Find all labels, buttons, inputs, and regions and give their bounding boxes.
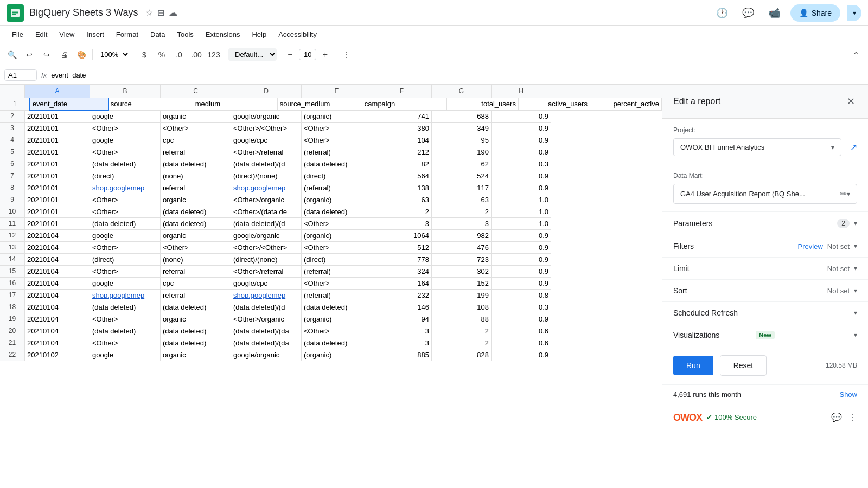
col-header-e[interactable]: E: [302, 85, 372, 98]
cell-a1[interactable]: event_date: [30, 98, 108, 110]
cell[interactable]: <Other>/referral: [231, 146, 302, 158]
share-button[interactable]: 👤 Share: [790, 4, 840, 22]
folder-icon[interactable]: ⊟: [157, 8, 164, 18]
cell[interactable]: 2: [432, 206, 492, 218]
star-icon[interactable]: ☆: [145, 8, 153, 18]
cell[interactable]: google: [90, 111, 161, 123]
cell[interactable]: 2: [432, 325, 492, 337]
cell[interactable]: organic: [161, 313, 231, 325]
project-external-link-icon[interactable]: ↗: [850, 142, 857, 152]
cell[interactable]: 828: [432, 349, 492, 361]
more-footer-icon[interactable]: ⋮: [848, 412, 857, 422]
cell[interactable]: (direct)/(none): [231, 254, 302, 266]
cell[interactable]: 885: [372, 349, 432, 361]
cell[interactable]: (organic): [302, 111, 372, 123]
cell[interactable]: (direct): [302, 170, 372, 182]
sort-section[interactable]: Sort Not set ▾: [662, 280, 868, 302]
cell[interactable]: <Other>: [302, 242, 372, 254]
cell[interactable]: 20210104: [25, 266, 90, 278]
cell[interactable]: 82: [372, 158, 432, 170]
decimal-inc-btn[interactable]: .00: [189, 47, 204, 62]
cell[interactable]: 20210101: [25, 206, 90, 218]
cell[interactable]: (data deleted): [161, 218, 231, 230]
grid-container[interactable]: 1 event_date source medium source_medium…: [0, 98, 662, 488]
cell[interactable]: 0.6: [492, 337, 551, 349]
cell[interactable]: (data deleted)/(d: [231, 218, 302, 230]
cell-f1[interactable]: total_users: [446, 98, 518, 110]
cell[interactable]: 146: [372, 301, 432, 313]
cell[interactable]: 1.0: [492, 206, 551, 218]
cell[interactable]: <Other>/organic: [231, 194, 302, 206]
cell[interactable]: <Other>: [90, 123, 161, 134]
cell[interactable]: 164: [372, 278, 432, 290]
cell[interactable]: referral: [161, 182, 231, 194]
cell[interactable]: <Other>: [161, 123, 231, 134]
cell[interactable]: 20210101: [25, 134, 90, 146]
cell[interactable]: 20210104: [25, 325, 90, 337]
cell[interactable]: google/organic: [231, 111, 302, 123]
cell[interactable]: organic: [161, 111, 231, 123]
format-123-btn[interactable]: 123: [206, 47, 221, 62]
cell[interactable]: (referral): [302, 290, 372, 301]
more-toolbar-btn[interactable]: ⋮: [339, 47, 354, 62]
cell[interactable]: 20210101: [25, 123, 90, 134]
cell[interactable]: <Other>: [302, 134, 372, 146]
cell[interactable]: 0.9: [492, 349, 551, 361]
cell[interactable]: <Other>: [90, 337, 161, 349]
cell[interactable]: (data deleted)/(da: [231, 325, 302, 337]
cell[interactable]: 104: [372, 134, 432, 146]
datamart-select[interactable]: GA4 User Acquisition Report (BQ She... ✏…: [673, 184, 857, 204]
cell[interactable]: 0.9: [492, 134, 551, 146]
cell[interactable]: 62: [432, 158, 492, 170]
cell[interactable]: (data deleted): [90, 325, 161, 337]
collapse-toolbar-btn[interactable]: ⌃: [848, 47, 864, 62]
cell[interactable]: 349: [432, 123, 492, 134]
search-toolbar-btn[interactable]: 🔍: [4, 47, 20, 62]
panel-close-button[interactable]: ✕: [845, 93, 857, 110]
cell[interactable]: (data deleted): [302, 301, 372, 313]
cell[interactable]: 0.9: [492, 266, 551, 278]
cell-e1[interactable]: campaign: [362, 98, 446, 110]
cell[interactable]: <Other>: [90, 194, 161, 206]
cell[interactable]: 190: [432, 146, 492, 158]
cell[interactable]: 0.9: [492, 242, 551, 254]
undo-btn[interactable]: ↩: [22, 47, 37, 62]
cell[interactable]: shop.googlemер: [90, 290, 161, 301]
paint-format-btn[interactable]: 🎨: [74, 47, 89, 62]
zoom-select[interactable]: 100%: [96, 49, 130, 60]
cell[interactable]: <Other>: [90, 313, 161, 325]
parameters-section[interactable]: Parameters 2 ▾: [662, 212, 868, 235]
col-header-a[interactable]: A: [25, 85, 90, 98]
cell[interactable]: 0.3: [492, 301, 551, 313]
cell-ref-input[interactable]: [4, 69, 37, 81]
col-header-h[interactable]: H: [492, 85, 551, 98]
filters-section[interactable]: Filters Preview Not set ▾: [662, 235, 868, 258]
cloud-icon[interactable]: ☁: [169, 8, 177, 18]
cell[interactable]: 20210104: [25, 301, 90, 313]
currency-btn[interactable]: $: [137, 47, 152, 62]
cell[interactable]: <Other>: [90, 206, 161, 218]
cell[interactable]: <Other>/referral: [231, 266, 302, 278]
cell[interactable]: cpc: [161, 134, 231, 146]
cell[interactable]: (data deleted)/(d: [231, 158, 302, 170]
cell[interactable]: <Other>/<Other>: [231, 242, 302, 254]
cell[interactable]: 688: [432, 111, 492, 123]
cell[interactable]: <Other>: [302, 218, 372, 230]
datamart-edit-icon[interactable]: ✏: [840, 189, 847, 199]
cell[interactable]: 0.9: [492, 313, 551, 325]
cell[interactable]: 108: [432, 301, 492, 313]
cell[interactable]: 0.9: [492, 123, 551, 134]
project-select[interactable]: OWOX BI Funnel Analytics ▾: [673, 138, 841, 156]
show-link[interactable]: Show: [839, 390, 857, 399]
cell[interactable]: 20210104: [25, 254, 90, 266]
menu-extensions[interactable]: Extensions: [200, 28, 246, 41]
cell[interactable]: 0.9: [492, 146, 551, 158]
cell[interactable]: 20210104: [25, 230, 90, 242]
cell[interactable]: referral: [161, 266, 231, 278]
cell[interactable]: <Other>: [302, 278, 372, 290]
cell[interactable]: <Other>: [90, 266, 161, 278]
cell[interactable]: 63: [372, 194, 432, 206]
cell[interactable]: (referral): [302, 182, 372, 194]
cell[interactable]: (data deleted): [161, 158, 231, 170]
cell[interactable]: referral: [161, 146, 231, 158]
